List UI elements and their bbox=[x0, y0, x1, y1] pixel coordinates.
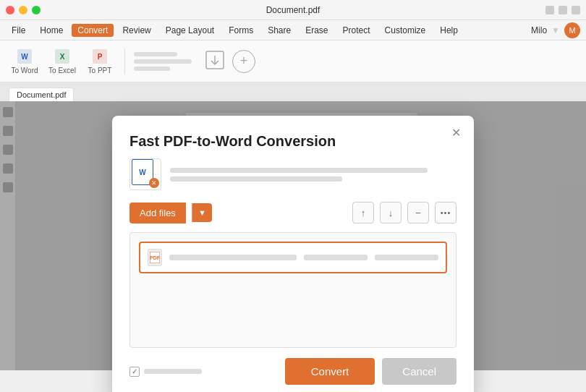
window-actions bbox=[545, 6, 580, 14]
menu-bar: File Home Convert Review Page Layout For… bbox=[0, 20, 586, 41]
file-tabs: Document.pdf bbox=[0, 82, 586, 101]
close-window-btn[interactable] bbox=[6, 6, 14, 14]
title-bar: Document.pdf bbox=[0, 0, 586, 20]
file-list-area: PDF bbox=[129, 232, 457, 348]
modal-overlay: ✕ Fast PDF-to-Word Conversion W ✕ bbox=[0, 101, 586, 370]
conversion-icon-box: W ✕ bbox=[129, 158, 161, 190]
menu-review[interactable]: Review bbox=[116, 24, 156, 37]
minimize-window-btn[interactable] bbox=[19, 6, 27, 14]
to-excel-btn[interactable]: X To Excel bbox=[46, 45, 78, 78]
svg-text:X: X bbox=[60, 53, 65, 61]
maximize-window-btn[interactable] bbox=[32, 6, 41, 14]
menu-protect[interactable]: Protect bbox=[337, 24, 376, 37]
menu-share[interactable]: Share bbox=[262, 24, 297, 37]
word-icon: W bbox=[16, 48, 33, 65]
menu-forms[interactable]: Forms bbox=[223, 24, 259, 37]
file-list-item[interactable]: PDF bbox=[139, 242, 447, 273]
toolbar: W To Word X To Excel P To PPT bbox=[0, 41, 586, 82]
add-tool-btn[interactable]: + bbox=[232, 50, 255, 73]
svg-text:P: P bbox=[98, 53, 103, 61]
file-status-placeholder bbox=[375, 255, 438, 260]
menu-home[interactable]: Home bbox=[34, 24, 69, 37]
user-avatar[interactable]: M bbox=[564, 22, 580, 38]
word-icon-badge: W ✕ bbox=[132, 159, 159, 189]
minimize-icon[interactable] bbox=[545, 6, 554, 14]
modal-description bbox=[170, 168, 457, 182]
window-title: Document.pdf bbox=[266, 5, 320, 15]
restore-icon[interactable] bbox=[559, 6, 567, 14]
move-up-btn[interactable]: ↑ bbox=[352, 202, 374, 223]
menu-convert[interactable]: Convert bbox=[72, 24, 114, 37]
to-ppt-btn[interactable]: P To PPT bbox=[84, 45, 116, 78]
add-files-button[interactable]: Add files bbox=[129, 203, 186, 223]
main-area: ✕ Fast PDF-to-Word Conversion W ✕ bbox=[0, 101, 586, 370]
svg-text:W: W bbox=[21, 53, 28, 61]
checkbox-label bbox=[144, 369, 202, 374]
modal-header-row: W ✕ bbox=[129, 158, 457, 190]
user-separator: ▼ bbox=[551, 25, 560, 35]
excel-icon: X bbox=[54, 48, 71, 65]
add-files-row: Add files ▼ ↑ ↓ − ••• bbox=[129, 202, 457, 223]
checkbox-area: ✓ bbox=[129, 367, 202, 377]
modal-title: Fast PDF-to-Word Conversion bbox=[129, 133, 457, 150]
convert-button[interactable]: Convert bbox=[285, 358, 375, 385]
file-doc-icon: PDF bbox=[148, 249, 162, 266]
file-name-placeholder bbox=[169, 255, 297, 260]
menu-page-layout[interactable]: Page Layout bbox=[160, 24, 220, 37]
window-controls bbox=[6, 6, 41, 14]
menu-customize[interactable]: Customize bbox=[379, 24, 432, 37]
cancel-button[interactable]: Cancel bbox=[382, 358, 457, 385]
menu-file[interactable]: File bbox=[6, 24, 31, 37]
file-size-placeholder bbox=[304, 255, 368, 260]
user-name: Milo bbox=[531, 25, 547, 35]
convert-arrow-icon: ✕ bbox=[149, 178, 159, 188]
more-btn[interactable]: ••• bbox=[435, 202, 457, 223]
options-checkbox[interactable]: ✓ bbox=[129, 367, 140, 377]
file-tab-document[interactable]: Document.pdf bbox=[9, 88, 74, 101]
desc-line-1 bbox=[170, 168, 428, 173]
to-excel-label: To Excel bbox=[48, 67, 76, 74]
toolbar-separator bbox=[124, 48, 125, 74]
to-word-btn[interactable]: W To Word bbox=[9, 45, 41, 78]
close-icon[interactable] bbox=[572, 6, 580, 14]
ppt-icon: P bbox=[91, 48, 109, 65]
menu-help[interactable]: Help bbox=[434, 24, 464, 37]
menu-erase[interactable]: Erase bbox=[300, 24, 334, 37]
modal-footer: ✓ Convert Cancel bbox=[129, 358, 457, 385]
conversion-modal: ✕ Fast PDF-to-Word Conversion W ✕ bbox=[112, 116, 474, 392]
toolbar-placeholder-1 bbox=[134, 52, 192, 71]
svg-text:PDF: PDF bbox=[150, 255, 160, 260]
to-ppt-label: To PPT bbox=[88, 67, 112, 74]
export-icon bbox=[203, 48, 226, 72]
move-down-btn[interactable]: ↓ bbox=[380, 202, 402, 223]
desc-line-2 bbox=[170, 176, 342, 182]
remove-btn[interactable]: − bbox=[407, 202, 429, 223]
user-area: Milo ▼ M bbox=[531, 22, 580, 38]
add-files-dropdown-btn[interactable]: ▼ bbox=[192, 203, 212, 222]
to-word-label: To Word bbox=[11, 67, 38, 74]
modal-close-btn[interactable]: ✕ bbox=[448, 124, 464, 140]
